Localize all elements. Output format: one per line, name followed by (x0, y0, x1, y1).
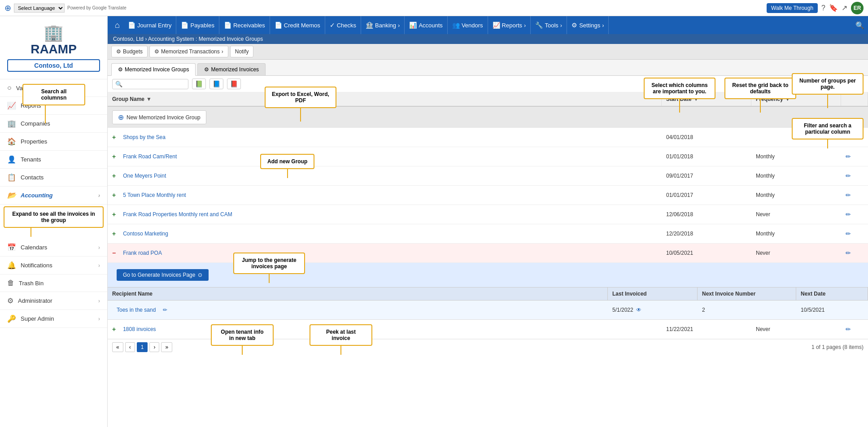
page-size-select[interactable]: 10 (844, 78, 864, 89)
columns-chooser-btn[interactable]: Columns Chooser ▾ (755, 79, 811, 89)
sidebar-item-accounting[interactable]: 📂 Accounting › (0, 187, 107, 205)
group-name-link-4[interactable]: 5 Town Place Monthly rent (118, 189, 191, 201)
page-next-button[interactable]: › (149, 342, 159, 352)
page-prev-button[interactable]: ‹ (125, 342, 135, 352)
edit-icon-4[interactable]: ✏ (846, 192, 851, 199)
sub-table: Recipient Name Last Invoiced Next Invoic… (108, 287, 868, 320)
export-icon[interactable]: ↗ (842, 4, 847, 12)
cell-frequency-1 (751, 134, 841, 140)
nav-item-vendors[interactable]: 👥 Vendors (448, 16, 488, 34)
nav-item-journal-entry[interactable]: 📄 Journal Entry (123, 16, 177, 34)
nav-item-receivables[interactable]: 📄 Receivables (219, 16, 270, 34)
last-invoiced-value: 5/1/2022 (612, 307, 633, 313)
group-name-link-7[interactable]: Frank road POA (118, 247, 166, 259)
sidebar-item-properties[interactable]: 🏠 Properties (0, 133, 107, 151)
admin-arrow: › (98, 298, 100, 304)
filter-group-name-icon[interactable]: ▼ (146, 96, 152, 102)
sidebar-item-tenants[interactable]: 👤 Tenants (0, 151, 107, 169)
col-group-name-label: Group Name (112, 96, 144, 102)
nav-item-checks[interactable]: ✓ Checks (325, 16, 361, 34)
page-last-button[interactable]: » (161, 342, 172, 352)
help-icon[interactable]: ? (821, 4, 825, 12)
page-first-button[interactable]: « (112, 342, 123, 352)
walk-me-through-button[interactable]: Walk Me Through (767, 3, 818, 13)
add-group-bar: ⊕ New Memorized Invoice Group (108, 107, 868, 128)
nav-item-accounts[interactable]: 📊 Accounts (405, 16, 447, 34)
table-row: + Frank Road Cam/Rent 01/01/2018 Monthly… (108, 147, 868, 166)
grid-container: Group Name ▼ Start Date ▼ Frequency ▼ (108, 92, 868, 427)
sub-nav-memorized-transactions[interactable]: ⚙ Memorized Transactions › (149, 46, 228, 57)
recipient-name-link[interactable]: Toes in the sand (112, 304, 160, 316)
sidebar-item-trash-bin[interactable]: 🗑 Trash Bin (0, 274, 107, 292)
extra-name-link[interactable]: 1808 invoices (118, 323, 160, 336)
group-name-link-1[interactable]: Shops by the Sea (118, 131, 170, 144)
nav-item-banking[interactable]: 🏦 Banking › (361, 16, 405, 34)
cell-group-name-2: + Frank Road Cam/Rent (108, 147, 662, 166)
tab-memorized-invoices[interactable]: ⚙ Memorized Invoices (197, 63, 266, 75)
sidebar-item-notifications[interactable]: 🔔 Notifications › (0, 257, 107, 274)
expand-icon-7[interactable]: − (112, 249, 116, 257)
banking-arrow: › (398, 22, 400, 29)
filter-start-date-icon[interactable]: ▼ (694, 96, 699, 102)
expand-icon-3[interactable]: + (112, 172, 116, 179)
add-group-button[interactable]: ⊕ New Memorized Invoice Group (112, 110, 206, 124)
budgets-label: Budgets (123, 48, 143, 55)
export-excel-btn[interactable]: 📗 (192, 78, 206, 89)
expand-icon-5[interactable]: + (112, 211, 116, 218)
nav-item-settings[interactable]: ⚙ Settings › (567, 16, 609, 34)
filter-frequency-icon[interactable]: ▼ (785, 96, 790, 102)
cell-actions-3: ✏ (841, 169, 868, 183)
peek-invoice-icon[interactable]: 👁 (636, 307, 641, 313)
tab-memorized-invoice-groups[interactable]: ⚙ Memorized Invoice Groups (111, 63, 196, 76)
notifications-arrow: › (98, 262, 100, 269)
expand-icon-extra[interactable]: + (112, 326, 116, 333)
expand-icon-1[interactable]: + (112, 134, 116, 141)
word-icon: 📘 (213, 80, 220, 87)
sidebar-label-tenants: Tenants (21, 156, 41, 163)
sub-col-next-invoice-number: Next Invoice Number (698, 288, 796, 300)
group-name-link-3[interactable]: One Meyers Point (118, 170, 170, 182)
go-to-generate-invoices-button[interactable]: Go to Generate Invoices Page ⊙ (117, 269, 209, 281)
nav-item-credit-memos[interactable]: 📄 Credit Memos (270, 16, 325, 34)
reset-grid-button[interactable]: Reset Grid (815, 81, 840, 87)
add-icon[interactable]: ⊕ (4, 3, 11, 13)
nav-item-reports[interactable]: 📈 Reports › (488, 16, 531, 34)
bookmark-icon[interactable]: 🔖 (829, 4, 838, 12)
sidebar-item-super-admin[interactable]: 🔑 Super Admin › (0, 310, 107, 328)
expand-icon-4[interactable]: + (112, 192, 116, 199)
cell-actions-1: ✏ (841, 131, 868, 144)
edit-icon-2[interactable]: ✏ (846, 153, 851, 160)
vendors-icon: 👥 (452, 22, 460, 29)
open-tenant-icon[interactable]: ✏ (163, 307, 167, 313)
sub-nav-notify[interactable]: Notify (230, 46, 254, 57)
user-avatar[interactable]: ER (851, 2, 864, 14)
sidebar-item-administrator[interactable]: ⚙ Administrator › (0, 292, 107, 310)
edit-icon-1[interactable]: ✏ (846, 134, 851, 141)
sub-nav-budgets[interactable]: ⚙ Budgets (111, 46, 148, 57)
search-box[interactable]: 🔍 (112, 79, 188, 89)
edit-icon-7[interactable]: ✏ (846, 249, 851, 257)
nav-home-icon[interactable]: ⌂ (111, 21, 123, 30)
edit-icon-5[interactable]: ✏ (846, 211, 851, 218)
export-pdf-btn[interactable]: 📕 (227, 78, 241, 89)
company-name-box[interactable]: Contoso, Ltd (7, 59, 100, 72)
nav-item-payables[interactable]: 📄 Payables (176, 16, 219, 34)
language-select[interactable]: Select Language (14, 4, 65, 13)
sidebar-item-calendars[interactable]: 📅 Calendars › (0, 239, 107, 257)
search-input[interactable] (122, 81, 185, 87)
nav-search-icon[interactable]: 🔍 (855, 21, 864, 30)
cell-group-name: + Shops by the Sea (108, 128, 662, 147)
export-word-btn[interactable]: 📘 (209, 78, 223, 89)
edit-icon-6[interactable]: ✏ (846, 230, 851, 237)
nav-item-tools[interactable]: 🔧 Tools › (531, 16, 567, 34)
expand-icon-2[interactable]: + (112, 153, 116, 160)
expand-icon-6[interactable]: + (112, 230, 116, 237)
edit-icon-extra[interactable]: ✏ (846, 326, 851, 333)
page-number-1[interactable]: 1 (137, 342, 148, 352)
toolbar: 🔍 📗 📘 📕 Columns Chooser ▾ Reset Grid (108, 76, 868, 92)
group-name-link-6[interactable]: Contoso Marketing (118, 227, 173, 240)
edit-icon-3[interactable]: ✏ (846, 172, 851, 179)
sidebar-item-contacts[interactable]: 📋 Contacts (0, 169, 107, 187)
group-name-link-2[interactable]: Frank Road Cam/Rent (118, 150, 181, 163)
group-name-link-5[interactable]: Frank Road Properties Monthly rent and C… (118, 208, 236, 221)
